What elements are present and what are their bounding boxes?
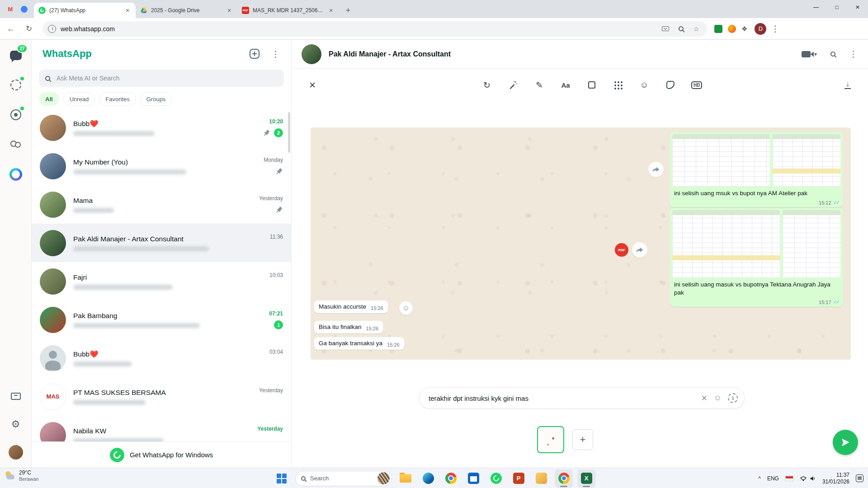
archived-chats-button[interactable] [7, 387, 25, 405]
add-attachment-button[interactable]: + [572, 429, 593, 450]
taskbar-excel-active-button[interactable]: X [577, 469, 595, 488]
install-app-icon[interactable] [662, 26, 669, 31]
taskbar-powerpoint-button[interactable]: P [509, 469, 528, 488]
zoom-icon[interactable] [679, 26, 684, 31]
filter-groups[interactable]: Groups [140, 92, 172, 106]
chat-list-item[interactable]: Bubb❤️ 03:04 [32, 339, 291, 377]
video-call-button[interactable]: ▾ [802, 51, 817, 57]
crop-icon[interactable] [586, 80, 597, 90]
emoji-tool-icon[interactable]: ☺ [639, 80, 650, 90]
send-button[interactable] [833, 430, 858, 455]
filter-favorites[interactable]: Favorites [99, 92, 136, 106]
tab-close-icon[interactable]: ✕ [226, 7, 233, 14]
window-close-button[interactable]: ✕ [847, 0, 868, 14]
rotate-icon[interactable]: ↻ [481, 80, 492, 90]
taskbar-office-app-button[interactable] [532, 469, 550, 488]
start-button[interactable] [273, 469, 291, 488]
chat-list-item[interactable]: Mama Yesterday [32, 185, 291, 224]
chat-list-item[interactable]: Bubb❤️ 10:20 2 [32, 108, 291, 147]
pinned-tab-gmail-icon[interactable]: M [6, 5, 14, 13]
pinned-tab-icon[interactable] [21, 6, 28, 13]
chat-list-item[interactable]: MAS PT MAS SUKSES BERSAMA Yesterday [32, 377, 291, 416]
excel-icon: X [581, 473, 592, 484]
chat-list-item[interactable]: Fajri 10:03 [32, 262, 291, 300]
weather-widget[interactable]: 29°C Berawan [5, 470, 38, 482]
close-preview-icon[interactable]: ✕ [307, 80, 318, 90]
magic-wand-icon[interactable] [508, 80, 519, 90]
sticker-tool-icon[interactable] [665, 80, 676, 90]
view-once-icon[interactable]: 1 [728, 393, 738, 403]
filter-all[interactable]: All [39, 92, 59, 106]
emoji-icon[interactable]: ☺ [714, 394, 722, 403]
clear-caption-icon[interactable]: ✕ [701, 394, 707, 403]
network-volume-icons[interactable] [800, 476, 816, 481]
url-text[interactable]: web.whatsapp.com [61, 25, 656, 33]
taskbar-explorer-button[interactable] [396, 469, 415, 488]
taskbar-search[interactable]: Search [295, 471, 392, 486]
chat-panel: Pak Aldi Manajer - Artax Consultant ▾ ⋮ … [292, 40, 868, 468]
tab-close-icon[interactable]: ✕ [327, 7, 335, 14]
chat-avatar[interactable] [302, 44, 321, 64]
new-tab-button[interactable]: + [342, 4, 354, 17]
taskbar-whatsapp-button[interactable] [487, 469, 505, 488]
blur-tool-icon[interactable] [613, 80, 623, 90]
tray-expand-icon[interactable]: ^ [758, 475, 761, 482]
hd-quality-icon[interactable]: HD [691, 80, 702, 90]
browser-tab-bar: M (27) WhatsApp ✕ 2025 - Google Drive ✕ … [0, 0, 868, 18]
profile-button[interactable] [7, 443, 25, 461]
chat-list-item[interactable]: My Number (You) Monday [32, 147, 291, 185]
meta-ai-button[interactable] [7, 165, 25, 183]
status-nav-button[interactable] [7, 76, 25, 94]
back-button[interactable]: ← [4, 22, 18, 36]
unread-count-badge: 27 [17, 44, 27, 53]
chat-list-item[interactable]: Pak Bambang 07:21 1 [32, 300, 291, 339]
country-flag-icon[interactable] [785, 476, 793, 481]
search-input[interactable] [57, 75, 278, 82]
communities-nav-button[interactable] [7, 136, 25, 154]
attachment-thumbnail-selected[interactable] [537, 426, 564, 453]
site-info-icon[interactable] [48, 25, 56, 33]
extensions-puzzle-icon[interactable]: ❖ [741, 25, 747, 33]
language-indicator[interactable]: ENG [767, 475, 779, 482]
chat-list-menu-icon[interactable]: ⋮ [271, 49, 280, 59]
tab-pdf[interactable]: PDF MAS_RK MDR 1437_2506.pdf ✕ [237, 3, 339, 18]
settings-button[interactable]: ⚙ [7, 415, 25, 433]
channels-nav-button[interactable] [7, 106, 25, 124]
window-minimize-button[interactable]: — [806, 0, 826, 14]
chat-search-bar[interactable] [39, 70, 284, 87]
chat-list-scrollbar[interactable] [288, 112, 290, 153]
browser-profile-avatar[interactable]: D [755, 23, 766, 35]
chat-list-item-selected[interactable]: Pak Aldi Manajer - Artax Consultant 11:3… [32, 224, 291, 262]
volume-icon [810, 476, 816, 481]
caption-input[interactable] [429, 394, 694, 402]
forward-icon [648, 162, 664, 177]
attachment-preview-image[interactable]: ini selisih uang msuk vs bupot nya AM At… [311, 127, 851, 360]
search-in-chat-icon[interactable] [830, 52, 835, 56]
omnibox[interactable]: web.whatsapp.com ☆ [42, 21, 707, 37]
window-maximize-button[interactable]: □ [826, 0, 847, 14]
taskbar-chrome-active-button[interactable] [555, 469, 573, 488]
bookmark-star-icon[interactable]: ☆ [691, 23, 702, 34]
add-text-icon[interactable]: Aa [560, 80, 571, 90]
chat-title[interactable]: Pak Aldi Manajer - Artax Consultant [329, 50, 794, 58]
clock-widget[interactable]: 11:37 31/01/2026 [822, 472, 849, 485]
taskbar-edge-button[interactable] [419, 469, 437, 488]
taskbar-chrome-button[interactable] [442, 469, 460, 488]
extension-icon-2[interactable] [728, 25, 736, 33]
new-chat-icon[interactable] [250, 49, 259, 59]
tab-google-drive[interactable]: 2025 - Google Drive ✕ [136, 3, 237, 18]
chat-menu-icon[interactable]: ⋮ [849, 49, 858, 59]
filter-unread[interactable]: Unread [63, 92, 95, 106]
drive-favicon [140, 7, 147, 14]
notification-center-icon[interactable] [856, 474, 863, 482]
refresh-button[interactable]: ↻ [22, 22, 36, 36]
download-icon[interactable]: ↓ [844, 81, 851, 89]
get-whatsapp-banner[interactable]: Get WhatsApp for Windows [32, 441, 291, 468]
tab-whatsapp[interactable]: (27) WhatsApp ✕ [34, 3, 136, 18]
extension-icon-1[interactable] [714, 25, 722, 33]
chats-nav-button[interactable]: 27 [7, 46, 25, 64]
draw-pen-icon[interactable]: ✎ [534, 80, 545, 90]
taskbar-store-button[interactable] [464, 469, 482, 488]
browser-menu-icon[interactable]: ⋮ [771, 23, 780, 34]
tab-close-icon[interactable]: ✕ [124, 7, 131, 14]
